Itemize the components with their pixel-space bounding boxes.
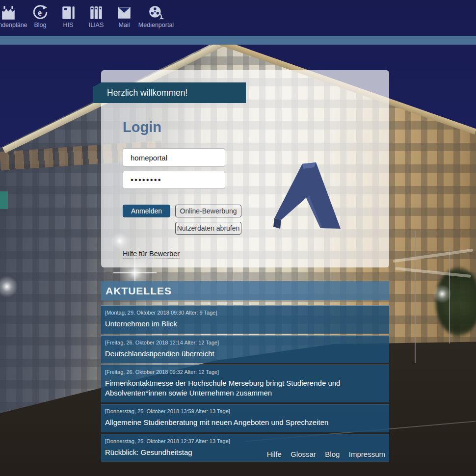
news-date: [Freitag, 26. Oktober 2018 09:32 Alter: … [105, 369, 384, 375]
street-lamp-glow [432, 284, 452, 304]
password-input[interactable] [123, 171, 225, 189]
login-title: Login [123, 119, 161, 135]
nutzerdaten-button[interactable]: Nutzerdaten abrufen [175, 222, 241, 235]
footer-link-impressum[interactable]: Impressum [349, 450, 385, 458]
welcome-banner: Herzlich willkommen! [93, 82, 246, 103]
teal-lit-window [0, 191, 8, 209]
news-item: [Donnerstag, 25. Oktober 2018 13:59 Alte… [101, 404, 389, 432]
news-title-link[interactable]: Firmenkontaktmesse der Hochschule Merseb… [105, 378, 384, 397]
quicklink-label: Medienportal [129, 22, 183, 28]
news-item: [Montag, 29. Oktober 2018 09:30 Alter: 9… [101, 305, 389, 334]
film-reel-icon [148, 5, 164, 21]
online-bewerbung-button[interactable]: Online-Bewerbung [175, 205, 241, 217]
news-section: AKTUELLES [Montag, 29. Oktober 2018 09:3… [101, 281, 389, 463]
news-section-title: AKTUELLES [101, 281, 389, 300]
news-date: [Donnerstag, 25. Oktober 2018 12:37 Alte… [105, 438, 384, 444]
username-input[interactable] [123, 148, 225, 167]
login-panel: Herzlich willkommen! Login Anmelden Onli… [101, 70, 389, 267]
news-date: [Montag, 29. Oktober 2018 09:30 Alter: 9… [105, 310, 384, 316]
news-title-link[interactable]: Allgemeine Studienberatung mit neuen Ang… [105, 418, 328, 427]
hilfe-fuer-bewerber-link[interactable]: Hilfe für Bewerber [123, 250, 180, 259]
page: Stundenpläne e Blog HIS [0, 0, 476, 476]
header-accent-band [0, 36, 476, 45]
quick-links-bar: Stundenpläne e Blog HIS [0, 0, 476, 36]
news-list: [Montag, 29. Oktober 2018 09:30 Alter: 9… [101, 305, 389, 462]
quicklink-medienportal[interactable]: Medienportal [129, 5, 183, 28]
footer-link-blog[interactable]: Blog [325, 450, 340, 458]
lamp-pole [415, 231, 416, 363]
news-date: [Freitag, 26. Oktober 2018 12:14 Alter: … [105, 340, 384, 345]
welcome-banner-text: Herzlich willkommen! [107, 88, 187, 98]
footer-link-hilfe[interactable]: Hilfe [267, 450, 282, 458]
footer: Hilfe Glossar Blog Impressum [101, 450, 389, 459]
anmelden-button[interactable]: Anmelden [123, 205, 170, 217]
footer-link-glossar[interactable]: Glossar [291, 450, 316, 458]
news-title-link[interactable]: Unternehmen im Blick [105, 319, 177, 329]
news-title-link[interactable]: Deutschlandstipendien überreicht [105, 349, 214, 359]
news-date: [Donnerstag, 25. Oktober 2018 13:59 Alte… [105, 408, 384, 414]
news-item: [Freitag, 26. Oktober 2018 12:14 Alter: … [101, 335, 389, 364]
news-item: [Freitag, 26. Oktober 2018 09:32 Alter: … [101, 365, 389, 402]
hochschule-logo [270, 161, 344, 231]
